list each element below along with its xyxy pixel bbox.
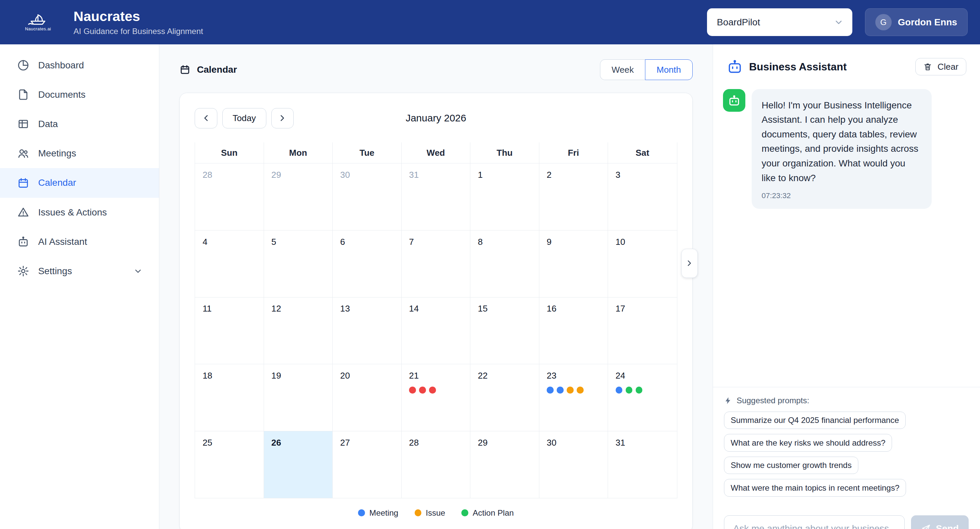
day-number: 10 (616, 237, 625, 247)
sidebar-item-label: Dashboard (38, 60, 84, 71)
calendar-day-cell[interactable]: 10 (608, 231, 677, 298)
event-dot-issue (577, 387, 584, 394)
calendar-day-cell[interactable]: 15 (470, 298, 539, 365)
sidebar-item-calendar[interactable]: Calendar (0, 168, 159, 198)
chat-input[interactable] (724, 515, 905, 529)
calendar-day-cell[interactable]: 1 (470, 163, 539, 231)
day-number: 12 (271, 304, 281, 314)
lightning-icon (724, 397, 732, 405)
logo-label: Naucrates.ai (25, 26, 51, 31)
prompt-suggestion[interactable]: Show me customer growth trends (724, 457, 858, 474)
calendar-day-cell[interactable]: 14 (402, 298, 470, 365)
weekday-header: Sat (608, 142, 677, 164)
panel-collapse-button[interactable] (681, 249, 698, 277)
calendar-day-cell[interactable]: 3 (608, 163, 677, 231)
calendar-day-cell[interactable]: 28 (195, 163, 264, 231)
day-number: 31 (409, 170, 418, 180)
sidebar-item-label: Data (38, 119, 58, 129)
calendar-day-cell[interactable]: 6 (332, 231, 401, 298)
chevron-left-icon (201, 113, 211, 123)
legend-label: Meeting (369, 508, 398, 518)
day-number: 24 (616, 371, 625, 381)
sidebar-item-meetings[interactable]: Meetings (0, 139, 159, 168)
calendar-day-cell[interactable]: 13 (332, 298, 401, 365)
sidebar-item-dashboard[interactable]: Dashboard (0, 51, 159, 80)
calendar-day-cell[interactable]: 31 (402, 163, 470, 231)
calendar-day-cell[interactable]: 17 (608, 298, 677, 365)
chat-messages[interactable]: Hello! I'm your Business Intelligence As… (713, 84, 980, 387)
calendar-day-cell[interactable]: 5 (264, 231, 332, 298)
user-menu-button[interactable]: G Gordon Enns (865, 8, 968, 36)
day-number: 23 (547, 371, 556, 381)
chevron-right-icon (277, 113, 287, 123)
calendar-legend: Meeting Issue Action Plan (195, 508, 677, 518)
day-number: 3 (616, 170, 620, 180)
assistant-header: Business Assistant Clear (713, 45, 980, 84)
project-select[interactable]: BoardPilot (707, 8, 853, 36)
day-number: 7 (409, 237, 414, 247)
calendar-day-cell[interactable]: 11 (195, 298, 264, 365)
week-view-button[interactable]: Week (600, 59, 645, 80)
month-view-button[interactable]: Month (645, 59, 692, 80)
legend-dot-action-plan (461, 509, 468, 516)
calendar-day-cell[interactable]: 28 (402, 431, 470, 498)
calendar-day-cell[interactable]: 12 (264, 298, 332, 365)
page-title: Calendar (179, 64, 237, 75)
calendar-day-cell[interactable]: 29 (470, 431, 539, 498)
send-icon (921, 524, 931, 529)
prev-month-button[interactable] (195, 108, 217, 129)
assistant-title: Business Assistant (727, 59, 847, 75)
weekday-header: Sun (195, 142, 264, 164)
legend-label: Action Plan (473, 508, 514, 518)
sidebar-item-documents[interactable]: Documents (0, 80, 159, 109)
chevron-down-icon (834, 18, 844, 27)
sidebar: Dashboard Documents Data Meetings (0, 45, 159, 529)
send-button[interactable]: Send (911, 515, 969, 529)
calendar-day-cell[interactable]: 8 (470, 231, 539, 298)
calendar-day-cell[interactable]: 22 (470, 364, 539, 431)
warning-triangle-icon (17, 206, 30, 219)
calendar-day-cell[interactable]: 30 (332, 163, 401, 231)
sidebar-item-data[interactable]: Data (0, 109, 159, 139)
calendar-day-cell[interactable]: 24 (608, 364, 677, 431)
day-number: 31 (616, 438, 625, 448)
calendar-day-cell[interactable]: 20 (332, 364, 401, 431)
calendar-day-cell[interactable]: 9 (539, 231, 608, 298)
calendar-day-cell[interactable]: 18 (195, 364, 264, 431)
calendar-day-cell[interactable]: 4 (195, 231, 264, 298)
calendar-day-cell[interactable]: 23 (539, 364, 608, 431)
today-button[interactable]: Today (222, 108, 266, 129)
prompt-suggestion[interactable]: What were the main topics in recent meet… (724, 479, 906, 497)
sidebar-item-settings[interactable]: Settings (0, 257, 159, 286)
calendar-day-cell[interactable]: 2 (539, 163, 608, 231)
sidebar-item-issues-actions[interactable]: Issues & Actions (0, 198, 159, 227)
calendar-day-cell[interactable]: 27 (332, 431, 401, 498)
message-timestamp: 07:23:32 (762, 191, 922, 200)
brand-logo: Naucrates.ai (25, 13, 51, 31)
send-label: Send (936, 523, 959, 529)
calendar-day-cell-today[interactable]: 26 (264, 431, 332, 498)
day-number: 15 (478, 304, 488, 314)
calendar-day-cell[interactable]: 19 (264, 364, 332, 431)
event-dot-meeting (557, 387, 564, 394)
day-number: 14 (409, 304, 418, 314)
day-number: 8 (478, 237, 483, 247)
prompt-suggestion[interactable]: Summarize our Q4 2025 financial performa… (724, 412, 906, 429)
calendar-day-cell[interactable]: 29 (264, 163, 332, 231)
calendar-day-cell[interactable]: 30 (539, 431, 608, 498)
calendar-day-cell[interactable]: 31 (608, 431, 677, 498)
users-icon (17, 147, 30, 160)
calendar-day-cell[interactable]: 7 (402, 231, 470, 298)
top-bar: Naucrates.ai Naucrates AI Guidance for B… (0, 0, 980, 45)
calendar-day-cell[interactable]: 16 (539, 298, 608, 365)
weekday-header: Tue (332, 142, 401, 164)
calendar-icon (179, 64, 191, 75)
calendar-day-cell[interactable]: 25 (195, 431, 264, 498)
calendar-day-cell[interactable]: 21 (402, 364, 470, 431)
day-number: 18 (203, 371, 212, 381)
prompt-suggestion[interactable]: What are the key risks we should address… (724, 434, 892, 452)
next-month-button[interactable] (271, 108, 294, 129)
gear-icon (17, 265, 30, 277)
sidebar-item-ai-assistant[interactable]: AI Assistant (0, 227, 159, 257)
clear-chat-button[interactable]: Clear (915, 58, 966, 75)
